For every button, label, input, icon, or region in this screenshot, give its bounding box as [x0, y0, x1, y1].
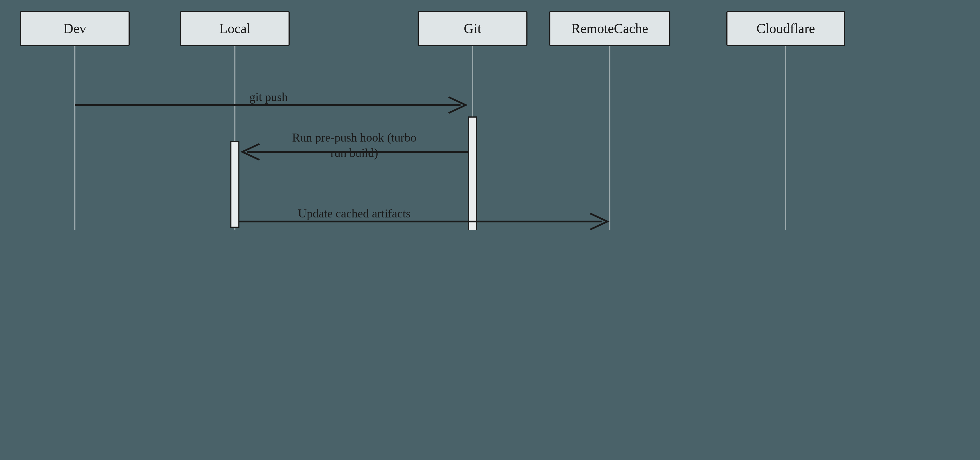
sequence-diagram: Dev Local Git RemoteCache Cloudflare git… — [0, 0, 980, 230]
msg-git-push: git push — [75, 90, 466, 113]
msg-pre-push-hook: Run pre-push hook (turbo run build) — [242, 131, 468, 160]
msg-update-artifacts-label: Update cached artifacts — [298, 207, 410, 220]
msg-update-artifacts: Update cached artifacts — [239, 207, 607, 229]
activation-git — [468, 117, 476, 230]
actor-remotecache-top-label: RemoteCache — [571, 21, 648, 36]
msg-pre-push-hook-label-l1: Run pre-push hook (turbo — [292, 131, 417, 144]
actor-git-top-label: Git — [464, 21, 482, 36]
diagram-svg: Dev Local Git RemoteCache Cloudflare git… — [0, 0, 980, 230]
actor-local-top-label: Local — [220, 21, 250, 36]
actor-cloudflare-top-label: Cloudflare — [756, 21, 815, 36]
msg-pre-push-hook-label-l2: run build) — [331, 146, 378, 160]
activation-local — [231, 141, 239, 227]
actor-dev-top-label: Dev — [64, 21, 86, 36]
actor-cloudflare-top: Cloudflare — [727, 11, 845, 46]
actor-git-top: Git — [418, 11, 527, 46]
msg-git-push-label: git push — [249, 90, 288, 103]
actor-local-top: Local — [181, 11, 289, 46]
actor-remotecache-top: RemoteCache — [550, 11, 670, 46]
actor-dev-top: Dev — [21, 11, 129, 46]
